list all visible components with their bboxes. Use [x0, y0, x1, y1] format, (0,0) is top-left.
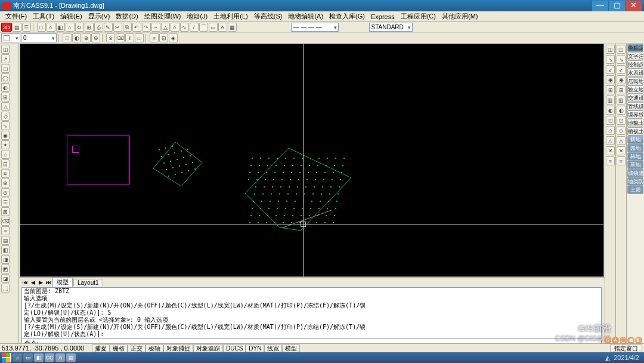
- left-tool-17[interactable]: ⊠: [1, 207, 10, 216]
- subcategory-1[interactable]: 园地: [627, 144, 643, 152]
- subcategory-2[interactable]: 林地: [627, 152, 643, 161]
- tb2-icon-5[interactable]: ⌫: [116, 33, 125, 42]
- left-tool-12[interactable]: ⊡: [1, 159, 10, 168]
- left-tool-10[interactable]: ✦: [1, 140, 10, 149]
- status-toggle-3[interactable]: 极轴: [145, 344, 163, 352]
- right-tool-0-10[interactable]: ✕: [606, 146, 615, 155]
- tb1-icon-17[interactable]: ⌒: [199, 23, 208, 32]
- tab-arrow-0[interactable]: ⏮: [21, 279, 29, 285]
- tb2-icon-6[interactable]: ℓ: [125, 33, 134, 42]
- menu-数据(D)[interactable]: 数据(D): [113, 11, 141, 21]
- tb2-icon-2[interactable]: ⊕: [82, 33, 91, 42]
- left-tool-16[interactable]: ☰: [1, 198, 10, 207]
- tb1-left-2[interactable]: ☰: [22, 23, 31, 32]
- right-tool-1-1[interactable]: ↘: [617, 55, 626, 64]
- right-tool-1-5[interactable]: ▥: [617, 96, 626, 104]
- tb1-icon-7[interactable]: ✎: [104, 23, 113, 32]
- style-combo[interactable]: STANDARD: [369, 23, 413, 32]
- menu-Express[interactable]: Express: [368, 13, 398, 21]
- tb1-icon-10[interactable]: ↶: [132, 23, 141, 32]
- right-tool-0-1[interactable]: ↘: [606, 55, 615, 64]
- left-tool-19[interactable]: ≡: [1, 226, 10, 235]
- tb2-icon-7[interactable]: ▭: [135, 33, 144, 42]
- subcategory-5[interactable]: 地类防火: [627, 177, 643, 186]
- right-tool-1-11[interactable]: ≡: [617, 156, 626, 165]
- tb2-icon-1[interactable]: ◐: [72, 33, 81, 42]
- tb2-icon-3[interactable]: ⊖: [91, 33, 100, 42]
- status-right-button[interactable]: 指定窗口: [610, 344, 642, 352]
- menu-编辑(E)[interactable]: 编辑(E): [57, 11, 85, 21]
- left-tool-8[interactable]: ∿: [1, 121, 10, 130]
- linetype-combo[interactable]: — — — —: [291, 23, 339, 32]
- left-tool-5[interactable]: ⊞: [1, 93, 10, 101]
- left-tool-2[interactable]: ▢: [1, 64, 10, 73]
- left-tool-14[interactable]: ⊕: [1, 179, 10, 187]
- right-tool-0-2[interactable]: ↙: [606, 65, 615, 74]
- left-tool-1[interactable]: ↗: [1, 54, 10, 63]
- tab-arrow-2[interactable]: ▶: [37, 279, 44, 285]
- maximize-button[interactable]: ▢: [608, 1, 625, 11]
- right-tool-0-3[interactable]: ◉: [606, 75, 615, 84]
- tb1-icon-4[interactable]: ↻: [75, 23, 84, 32]
- system-tray[interactable]: ◭ 2021/4/2: [602, 354, 642, 362]
- right-tool-0-5[interactable]: ▥: [606, 96, 615, 104]
- right-tool-0-4[interactable]: ⊞: [606, 85, 615, 94]
- tb1-icon-5[interactable]: ⊞: [85, 23, 94, 32]
- left-tool-18[interactable]: ⌫: [1, 217, 10, 226]
- right-tool-0-11[interactable]: ≡: [606, 156, 615, 165]
- tb1-icon-15[interactable]: ∿: [180, 23, 189, 32]
- tb1-icon-6[interactable]: ⎙: [94, 23, 103, 32]
- tb1-left-0[interactable]: 3D: [1, 23, 12, 32]
- tb1-icon-11[interactable]: ↷: [142, 23, 151, 32]
- right-tool-1-4[interactable]: ⊞: [617, 85, 626, 94]
- right-tool-1-0[interactable]: ◫: [617, 45, 626, 54]
- right-tool-1-6[interactable]: ◐: [617, 106, 626, 115]
- right-tool-1-3[interactable]: ◉: [617, 75, 626, 84]
- right-tool-0-7[interactable]: ⊡: [606, 116, 615, 125]
- right-tool-0-0[interactable]: ◫: [606, 45, 615, 54]
- left-tool-15[interactable]: ⊖: [1, 188, 10, 197]
- tab-arrow-3[interactable]: ⏭: [45, 279, 52, 285]
- status-toggle-9[interactable]: 模型: [282, 344, 300, 352]
- left-tool-25[interactable]: ⬚: [1, 284, 10, 293]
- menu-土地利用(L)[interactable]: 土地利用(L): [210, 11, 250, 21]
- category-7[interactable]: 管线设施: [627, 102, 643, 110]
- status-toggle-2[interactable]: 正交: [128, 344, 145, 352]
- category-6[interactable]: 交通设施: [627, 94, 643, 102]
- subcategory-3[interactable]: 草地: [627, 161, 643, 169]
- tb1-icon-16[interactable]: /: [190, 23, 199, 32]
- tb2-icon-10[interactable]: ◈: [169, 33, 178, 42]
- task-search[interactable]: ⌕: [13, 353, 22, 362]
- left-tool-4[interactable]: ◐: [1, 83, 10, 92]
- menu-检查入库(G)[interactable]: 检查入库(G): [326, 11, 368, 21]
- menu-绘图处理(W)[interactable]: 绘图处理(W): [141, 11, 184, 21]
- category-3[interactable]: 水系设施: [627, 69, 643, 77]
- left-tool-7[interactable]: ◇: [1, 112, 10, 121]
- layer-color-combo[interactable]: [1, 33, 20, 42]
- tb1-icon-8[interactable]: ✂: [113, 23, 122, 32]
- menu-工具(T)[interactable]: 工具(T): [30, 11, 57, 21]
- status-toggle-0[interactable]: 捕捉: [92, 344, 110, 352]
- status-toggle-1[interactable]: 栅格: [110, 344, 128, 352]
- right-tool-1-9[interactable]: △: [617, 136, 626, 145]
- category-4[interactable]: 居民地: [627, 77, 643, 85]
- menu-工程应用(C)[interactable]: 工程应用(C): [398, 11, 439, 21]
- viewport-tab-0[interactable]: 模型: [52, 278, 73, 287]
- task-app-2[interactable]: A: [55, 353, 65, 362]
- tab-arrow-1[interactable]: ◀: [29, 279, 36, 285]
- left-tool-22[interactable]: ◨: [1, 255, 10, 264]
- tb1-icon-3[interactable]: ⌂: [66, 23, 75, 32]
- left-tool-21[interactable]: ◧: [1, 245, 10, 254]
- tb1-icon-18[interactable]: ▭: [209, 23, 218, 32]
- left-tool-20[interactable]: ▤: [1, 236, 10, 245]
- tb1-icon-19[interactable]: A: [218, 23, 227, 32]
- subcategory-4[interactable]: 城镇道路: [627, 169, 643, 177]
- category-8[interactable]: 境界线: [627, 110, 643, 119]
- left-tool-0[interactable]: ◫: [1, 45, 10, 54]
- right-tool-0-6[interactable]: ◐: [606, 106, 615, 115]
- tb1-left-1[interactable]: ▤: [13, 23, 21, 32]
- tb2-icon-8[interactable]: ≡: [150, 33, 159, 42]
- status-toggle-8[interactable]: 线宽: [264, 344, 282, 352]
- layer-combo[interactable]: 0: [21, 33, 57, 42]
- tb2-icon-9[interactable]: ⊡: [159, 33, 168, 42]
